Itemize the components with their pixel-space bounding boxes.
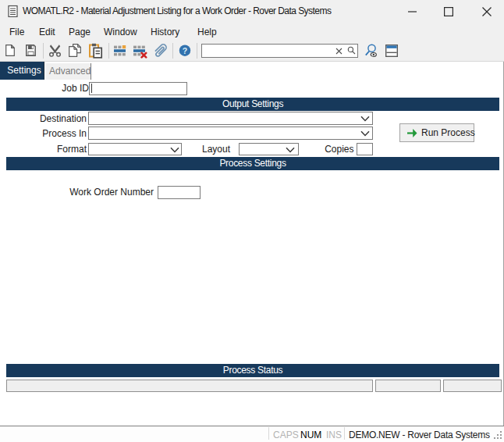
svg-text:?: ?	[183, 46, 187, 55]
